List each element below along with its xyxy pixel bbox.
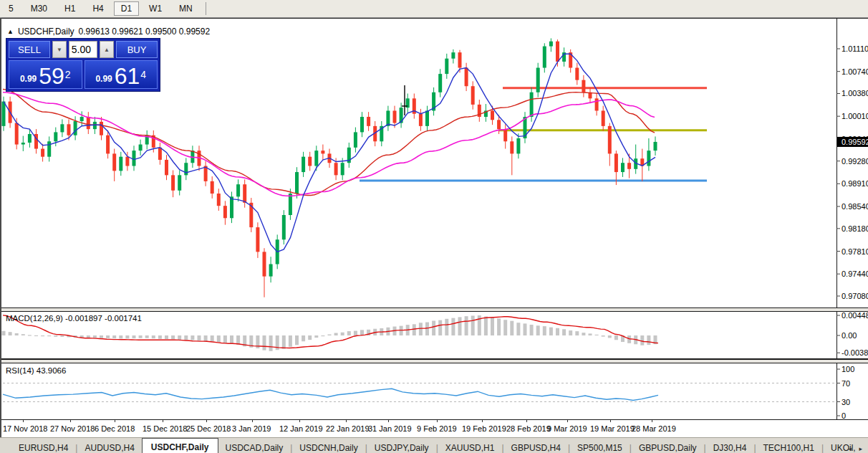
candle (80, 111, 84, 126)
date-tick (652, 420, 652, 422)
chart-tab-gbpusd-daily[interactable]: GBPUSD,Daily (632, 440, 704, 453)
volume-increase-button[interactable]: ▲ (100, 41, 114, 58)
date-tick (346, 420, 347, 422)
macd-pane[interactable]: 0.0044870.00-0.003883MACD(12,26,9) -0.00… (1, 312, 868, 359)
candle (204, 161, 208, 186)
chart-tab-usdchf-daily[interactable]: USDCHF,Daily (142, 438, 218, 453)
price-axis-label: 0.97080 (842, 292, 868, 300)
candle (654, 136, 657, 156)
candle (302, 152, 305, 177)
candle (438, 69, 442, 97)
candle (569, 49, 572, 73)
candle (406, 93, 410, 113)
chart-title: ▲ USDCHF,Daily 0.99613 0.99621 0.99500 0… (7, 27, 210, 37)
rsi-axis-label: 70 (842, 379, 850, 388)
bid-prefix: 0.99 (20, 74, 37, 84)
candle (413, 93, 416, 118)
candle (503, 124, 507, 148)
candle (119, 152, 122, 176)
candle (184, 158, 188, 180)
candle (595, 93, 599, 115)
candle (87, 112, 90, 134)
current-price-tag: 0.99592 (837, 137, 868, 147)
chart-tab-sp500-m15[interactable]: SP500,M15 (570, 440, 630, 453)
candle (269, 257, 273, 282)
price-axis-label: 0.98180 (842, 224, 868, 233)
candle (562, 47, 566, 67)
chart-tab-eurusd-h4[interactable]: EURUSD,H4 (11, 440, 75, 453)
date-tick (252, 420, 253, 422)
chart-tab-usdcnh-daily[interactable]: USDCNH,Daily (292, 440, 365, 453)
candle (171, 171, 175, 198)
date-axis-label: 22 Jan 2019 (326, 424, 370, 433)
macd-axis-label: 0.00 (842, 331, 857, 340)
chart-tab-audusd-h4[interactable]: AUDUSD,H4 (77, 440, 141, 453)
one-click-trade-panel: SELL ▼ 5.00 ▲ BUY 0.99 59 2 0.99 61 4 (6, 38, 160, 92)
candle (217, 189, 221, 211)
candle (308, 152, 312, 171)
price-axis-label: 0.98540 (842, 202, 868, 211)
candle (243, 179, 246, 207)
date-axis-label: 6 Dec 2018 (95, 424, 135, 433)
candle (451, 49, 455, 64)
volume-input[interactable]: 5.00 (69, 41, 97, 58)
rsi-axis-label: 0 (842, 411, 846, 419)
candle (249, 198, 253, 232)
chart-tab-dj30-h4[interactable]: DJ30,H4 (706, 440, 754, 453)
date-tick (482, 420, 483, 422)
candle (282, 210, 286, 244)
chart-tab-tech100-h1[interactable]: TECH100,H1 (756, 440, 821, 453)
candle (230, 191, 233, 223)
macd-axis-label: -0.003883 (842, 348, 868, 357)
chart-tab-usdjpy-daily[interactable]: USDJPY,Daily (367, 440, 436, 453)
symbol-period-label: USDCHF,Daily (18, 27, 74, 37)
date-axis-label: 31 Jan 2019 (368, 424, 412, 433)
date-tick (163, 420, 163, 422)
candle (582, 75, 585, 97)
timeframe-button-h1[interactable]: H1 (57, 1, 82, 16)
buy-button[interactable]: BUY (116, 41, 158, 58)
candle (100, 117, 103, 140)
candle (34, 129, 38, 153)
candle (112, 149, 116, 181)
date-axis-label: 25 Dec 2018 (186, 424, 231, 433)
timeframe-button-d1[interactable]: D1 (114, 1, 139, 16)
timeframe-button-mn[interactable]: MN (172, 1, 200, 16)
date-tick (299, 420, 300, 422)
date-axis[interactable]: 17 Nov 201827 Nov 20186 Dec 201815 Dec 2… (1, 419, 868, 437)
candle (386, 106, 390, 131)
tab-scroll-arrows[interactable]: ◂ ▸ (848, 445, 865, 452)
date-tick (437, 420, 438, 422)
candle (536, 63, 540, 97)
candle (263, 248, 266, 297)
date-tick (23, 420, 24, 422)
timeframe-button-w1[interactable]: W1 (142, 1, 169, 16)
candle (289, 189, 292, 220)
bid-price-box[interactable]: 0.99 59 2 (9, 60, 82, 89)
candle (28, 129, 32, 148)
sell-button[interactable]: SELL (9, 41, 50, 58)
candle (211, 176, 214, 199)
candle (165, 155, 168, 180)
timeframe-button-5[interactable]: 5 (1, 1, 21, 16)
timeframe-button-h4[interactable]: H4 (85, 1, 110, 16)
candle (347, 143, 351, 168)
ask-price-box[interactable]: 0.99 61 4 (85, 60, 158, 89)
chart-tab-gbpusd-h4[interactable]: GBPUSD,H4 (504, 440, 568, 453)
chart-tab-xauusd-h1[interactable]: XAUUSD,H1 (438, 440, 502, 453)
candle (145, 130, 149, 150)
ask-prefix: 0.99 (95, 74, 112, 84)
candle (549, 38, 553, 52)
price-axis-label: 1.00380 (842, 89, 868, 97)
candle (321, 145, 324, 160)
rsi-line (3, 388, 658, 400)
candle (256, 222, 259, 258)
rsi-pane[interactable]: 10070300RSI(14) 43.9066 (1, 363, 868, 419)
candle (524, 112, 527, 143)
timeframe-button-m30[interactable]: M30 (24, 1, 54, 16)
volume-decrease-button[interactable]: ▼ (52, 41, 67, 58)
candle (419, 109, 423, 131)
chart-tab-usdcad-daily[interactable]: USDCAD,Daily (218, 440, 291, 453)
collapse-triangle-icon[interactable]: ▲ (7, 28, 14, 35)
main-price-pane[interactable]: 1.011101.007401.003801.000100.996400.992… (1, 18, 868, 307)
